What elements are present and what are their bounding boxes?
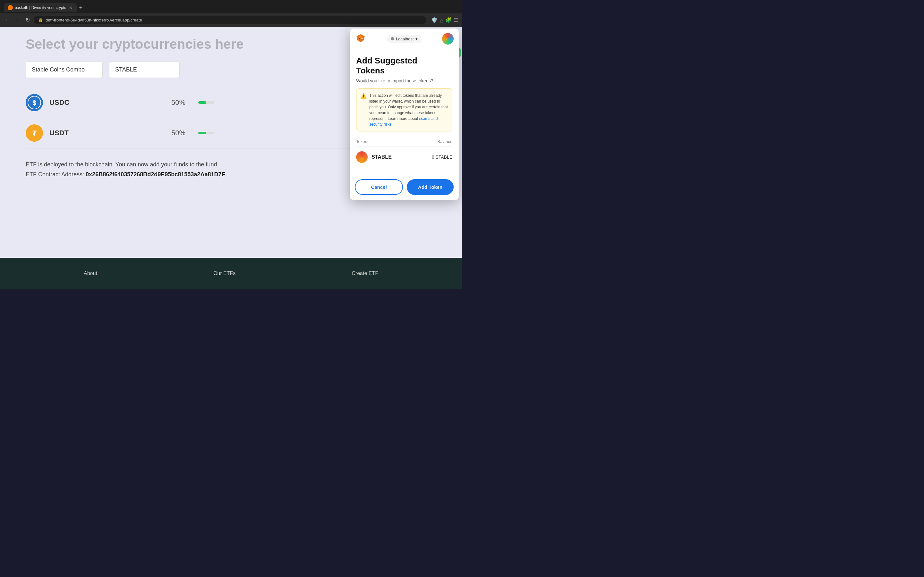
- balance-col-header: Balance: [437, 139, 452, 144]
- usdc-name: USDC: [49, 98, 81, 107]
- usdt-percentage: 50%: [171, 129, 186, 137]
- metamask-header: Localhost ▾: [350, 29, 459, 49]
- browser-nav-icons: 🛡️ △ 🧩 ☰: [431, 17, 458, 23]
- svg-point-16: [362, 38, 362, 39]
- warning-text: This action will edit tokens that are al…: [369, 93, 448, 127]
- svg-text:₮: ₮: [32, 130, 37, 137]
- footer-create-etf-link[interactable]: Create ETF: [352, 271, 378, 276]
- tab-close-icon[interactable]: ✕: [69, 5, 73, 10]
- footer-about-link[interactable]: About: [84, 271, 97, 276]
- contract-label: ETF Contract Address:: [26, 171, 84, 177]
- back-button[interactable]: ←: [4, 16, 11, 24]
- nav-bar: ← → ↻ 🔒 detf-frontend-5u4dvd58h-nikoferr…: [0, 13, 462, 27]
- etf-name-input[interactable]: [26, 61, 103, 78]
- metamask-warning-box: ⚠️ This action will edit tokens that are…: [356, 89, 452, 131]
- tab-title: basketh | Diversify your crypto: [15, 5, 66, 10]
- usdt-name: USDT: [49, 129, 81, 137]
- network-name: Localhost: [396, 37, 414, 41]
- svg-text:$: $: [32, 99, 36, 107]
- tab-favicon: [8, 5, 13, 10]
- footer-our-etfs-link[interactable]: Our ETFs: [213, 271, 236, 276]
- extensions-icon[interactable]: 🧩: [445, 17, 452, 23]
- browser-menu-icon[interactable]: ☰: [454, 17, 458, 23]
- metamask-popup: Localhost ▾ Add Suggested Tokens Would y…: [350, 29, 459, 200]
- usdc-bar: [198, 101, 214, 104]
- forward-button[interactable]: →: [14, 16, 22, 24]
- browser-chrome: basketh | Diversify your crypto ✕ + ← → …: [0, 0, 462, 27]
- token-left: STABLE: [356, 151, 392, 163]
- usdc-percentage: 50%: [171, 98, 186, 107]
- etf-symbol-input[interactable]: [109, 61, 180, 78]
- stable-token-name: STABLE: [372, 154, 392, 160]
- tab-bar: basketh | Diversify your crypto ✕ +: [0, 0, 462, 13]
- stable-token-balance: 0 STABLE: [432, 155, 452, 160]
- warning-icon: ⚠️: [360, 93, 367, 127]
- url-text: detf-frontend-5u4dvd58h-nikoferro.vercel…: [45, 18, 142, 23]
- brave-shield-icon[interactable]: 🛡️: [431, 17, 438, 23]
- metamask-fox-icon: [355, 33, 367, 45]
- cancel-button[interactable]: Cancel: [355, 179, 403, 195]
- usdt-bar-fill: [198, 132, 206, 134]
- metamask-network-selector[interactable]: Localhost ▾: [387, 35, 422, 43]
- page-content: Select your cryptocurrencies here % $ US…: [0, 27, 462, 258]
- add-token-button[interactable]: Add Token: [407, 179, 454, 195]
- brave-rewards-icon[interactable]: △: [439, 17, 443, 23]
- address-bar[interactable]: 🔒 detf-frontend-5u4dvd58h-nikoferro.verc…: [34, 16, 426, 24]
- stable-token-icon: [356, 151, 368, 163]
- metamask-token-row: STABLE 0 STABLE: [356, 147, 452, 167]
- metamask-title: Add Suggested Tokens: [356, 56, 452, 76]
- metamask-subtitle: Would you like to import these tokens?: [356, 78, 452, 83]
- page-footer: About Our ETFs Create ETF: [0, 258, 462, 289]
- network-dot: [391, 37, 394, 40]
- new-tab-icon[interactable]: +: [79, 5, 83, 11]
- usdc-bar-fill: [198, 101, 206, 104]
- metamask-body: Add Suggested Tokens Would you like to i…: [350, 49, 459, 174]
- usdt-icon: ₮: [26, 124, 43, 142]
- metamask-table-header: Token Balance: [356, 137, 452, 147]
- metamask-avatar[interactable]: [442, 33, 454, 45]
- token-col-header: Token: [356, 139, 367, 144]
- metamask-footer: Cancel Add Token: [350, 174, 459, 200]
- reload-button[interactable]: ↻: [24, 16, 31, 24]
- svg-point-15: [359, 38, 360, 39]
- contract-address: 0x26B862f640357268Bd2d9E95bc81553a2Aa81D…: [86, 171, 225, 177]
- active-tab[interactable]: basketh | Diversify your crypto ✕: [4, 3, 77, 12]
- usdc-icon: $: [26, 94, 43, 111]
- usdt-bar: [198, 132, 214, 134]
- lock-icon: 🔒: [38, 18, 43, 22]
- network-chevron-icon: ▾: [415, 37, 418, 41]
